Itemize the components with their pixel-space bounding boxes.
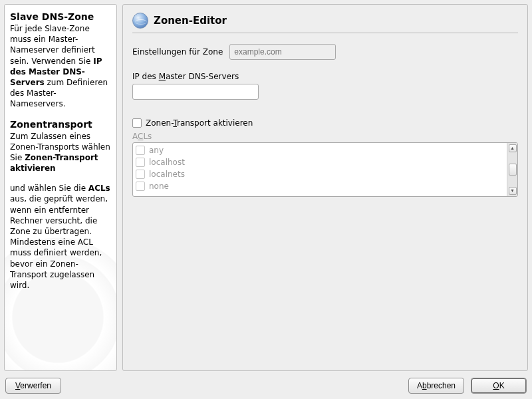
discard-button[interactable]: Verwerfen (5, 378, 61, 394)
help-text-acls: und wählen Sie die ACLs aus, die geprüft… (10, 183, 111, 291)
scroll-down-icon[interactable]: ▾ (509, 187, 517, 195)
acl-item: localnets (136, 168, 504, 180)
master-ip-label: IP des Master DNS-Servers (132, 72, 518, 81)
acl-item-label: none (149, 182, 169, 191)
help-text-slave: Für jede Slave-Zone muss ein Master-Name… (10, 23, 111, 110)
acl-item-checkbox (136, 158, 145, 167)
editor-header: Zonen-Editor (132, 13, 518, 33)
acl-item-label: localhost (149, 158, 185, 167)
cancel-button[interactable]: Abbrechen (408, 378, 464, 394)
globe-icon (132, 13, 148, 29)
acl-item-checkbox (136, 146, 145, 155)
editor-title: Zonen-Editor (154, 15, 227, 27)
button-bar: Verwerfen Abbrechen OK (0, 375, 532, 399)
acls-scrollbar[interactable]: ▴ ▾ (507, 143, 517, 196)
help-text-transport: Zum Zulassen eines Zonen-Transports wähl… (10, 131, 111, 174)
help-heading-transport: Zonentransport (10, 119, 111, 130)
master-ip-input[interactable] (132, 84, 259, 100)
ok-button[interactable]: OK (471, 378, 527, 394)
zone-transport-label: Zonen-Transport aktivieren (146, 118, 253, 128)
acl-item-checkbox (136, 182, 145, 191)
acl-item: none (136, 180, 504, 192)
scroll-thumb[interactable] (509, 164, 517, 176)
acls-listbox: anylocalhostlocalnetsnone ▴ ▾ (132, 142, 518, 197)
scroll-up-icon[interactable]: ▴ (509, 144, 517, 152)
help-panel: Slave DNS-Zone Für jede Slave-Zone muss … (4, 4, 117, 371)
zone-transport-checkbox[interactable] (132, 118, 142, 128)
acl-item-label: localnets (149, 170, 185, 179)
acls-group-label: ACLs (132, 132, 518, 141)
help-heading-slave: Slave DNS-Zone (10, 11, 111, 22)
zone-name-input (229, 44, 336, 60)
acl-item: localhost (136, 156, 504, 168)
editor-panel: Zonen-Editor Einstellungen für Zone IP d… (122, 4, 528, 371)
acl-item-label: any (149, 146, 164, 155)
zone-name-label: Einstellungen für Zone (132, 47, 223, 57)
acl-item: any (136, 144, 504, 156)
acl-item-checkbox (136, 170, 145, 179)
